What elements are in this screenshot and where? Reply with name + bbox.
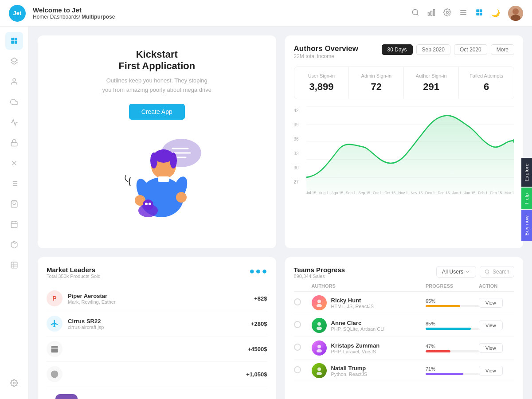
authors-title: Authors Overview: [294, 44, 359, 53]
authors-subtitle: 22M total income: [294, 53, 359, 59]
bar-chart-icon[interactable]: [427, 8, 435, 18]
sidebar: [0, 27, 29, 399]
svg-point-41: [13, 382, 16, 384]
create-app-button[interactable]: Create App: [129, 104, 185, 120]
svg-point-51: [170, 153, 177, 168]
stat-admin-signin: Admin Sign-in 72: [349, 67, 404, 99]
svg-rect-52: [158, 176, 169, 182]
apps-icon[interactable]: [475, 8, 483, 18]
svg-point-50: [150, 153, 157, 168]
explore-tab[interactable]: Explore: [521, 158, 532, 187]
market-item-3: +4500$: [47, 336, 267, 362]
topnav-right: 🌙: [411, 6, 523, 21]
svg-marker-20: [11, 58, 18, 63]
sidebar-item-chart[interactable]: [5, 113, 23, 131]
sidebar-item-tool[interactable]: [5, 236, 23, 254]
settings-icon[interactable]: [443, 8, 451, 18]
sidebar-item-list[interactable]: [5, 175, 23, 192]
search-icon[interactable]: [411, 8, 419, 18]
sidebar-item-bag[interactable]: [5, 195, 23, 213]
sidebar-item-close[interactable]: [5, 154, 23, 172]
view-button-ricky[interactable]: View: [479, 298, 503, 308]
kickstart-card: Kickstart First Application Outlines kee…: [38, 35, 276, 248]
svg-point-78: [317, 349, 322, 352]
svg-point-73: [317, 300, 321, 303]
svg-rect-68: [51, 346, 58, 352]
svg-line-1: [417, 14, 418, 15]
moon-icon[interactable]: 🌙: [491, 9, 500, 17]
svg-point-74: [317, 304, 322, 307]
app-logo[interactable]: Jet: [9, 5, 26, 22]
svg-point-60: [149, 203, 151, 205]
view-button-anne[interactable]: View: [479, 321, 503, 330]
row-checkbox[interactable]: [294, 366, 301, 373]
side-tabs: Explore Help Buy now: [521, 158, 532, 241]
period-tab-30days[interactable]: 30 Days: [382, 44, 413, 55]
svg-point-70: [51, 371, 59, 378]
view-button-kristaps[interactable]: View: [479, 343, 503, 353]
buy-now-tab[interactable]: Buy now: [521, 210, 532, 241]
svg-point-75: [317, 322, 321, 326]
settings-button[interactable]: [5, 374, 23, 392]
search-box[interactable]: Search: [480, 266, 514, 278]
svg-rect-12: [480, 12, 482, 15]
top-cards-grid: Kickstart First Application Outlines kee…: [38, 35, 523, 248]
svg-rect-11: [476, 12, 479, 15]
sidebar-item-cloud[interactable]: [5, 93, 23, 111]
svg-line-36: [13, 242, 16, 244]
breadcrumb: Home/ Dashboards/ Multipurpose: [33, 14, 115, 20]
svg-point-77: [317, 345, 321, 348]
menu-icon[interactable]: [459, 8, 467, 18]
market-header: Market Leaders Total 350k Products Sold …: [47, 266, 267, 279]
row-checkbox[interactable]: [294, 321, 301, 328]
avatar[interactable]: [508, 6, 523, 21]
bottom-grid: Market Leaders Total 350k Products Sold …: [38, 257, 523, 399]
bootstrap-badge: B Bootstrap 5: [47, 387, 267, 399]
svg-rect-3: [431, 11, 432, 16]
market-item-4: +1,050$: [47, 362, 267, 387]
period-tab-more[interactable]: More: [491, 44, 514, 55]
row-checkbox[interactable]: [294, 298, 301, 305]
main-content: Kickstart First Application Outlines kee…: [29, 27, 532, 399]
team-row-ricky: Ricky Hunt HTML, JS, ReactJS 65% View: [294, 292, 515, 314]
sidebar-item-person[interactable]: [5, 73, 23, 90]
chart-container: 42 39 36 33 30 27: [294, 106, 515, 195]
row-checkbox[interactable]: [294, 344, 301, 351]
svg-rect-17: [15, 38, 17, 40]
svg-rect-37: [11, 262, 17, 268]
svg-rect-18: [11, 41, 14, 44]
sidebar-item-lock[interactable]: [5, 134, 23, 152]
team-row-kristaps: Kristaps Zumman PHP, Laravel, VueJS 47% …: [294, 337, 515, 360]
svg-point-21: [13, 78, 16, 81]
svg-point-71: [485, 270, 489, 274]
kickstart-title: Kickstart First Application: [118, 49, 195, 72]
view-button-natali[interactable]: View: [479, 366, 503, 376]
svg-point-80: [317, 372, 322, 375]
teams-header: Teams Progress 890,344 Sales All Users S…: [294, 266, 515, 279]
sidebar-item-calendar[interactable]: [5, 215, 23, 233]
author-avatar: [312, 318, 327, 333]
author-avatar: [312, 363, 327, 378]
market-more-icon[interactable]: ● ● ●: [249, 266, 267, 276]
teams-title: Teams Progress: [294, 266, 345, 274]
stat-failed-attempts: Failed Attempts 6: [459, 67, 514, 99]
svg-rect-10: [480, 9, 482, 12]
sidebar-item-layers[interactable]: [5, 52, 23, 70]
sidebar-item-table[interactable]: [5, 256, 23, 274]
authors-card: Authors Overview 22M total income 30 Day…: [285, 35, 524, 248]
bootstrap-icon: B: [55, 394, 78, 399]
all-users-dropdown[interactable]: All Users: [436, 266, 476, 278]
stat-author-signin: Author Sign-in 291: [404, 67, 459, 99]
svg-point-79: [317, 368, 321, 371]
author-avatar: [312, 295, 327, 310]
svg-point-56: [176, 192, 187, 203]
svg-point-5: [446, 11, 449, 13]
teams-progress-card: Teams Progress 890,344 Sales All Users S…: [285, 257, 524, 399]
sidebar-item-grid[interactable]: [5, 32, 23, 50]
teams-subtitle: 890,344 Sales: [294, 274, 345, 279]
period-tab-oct[interactable]: Oct 2020: [454, 44, 487, 55]
market-subtitle: Total 350k Products Sold: [47, 274, 101, 279]
help-tab[interactable]: Help: [521, 188, 532, 209]
market-leaders-card: Market Leaders Total 350k Products Sold …: [38, 257, 276, 399]
period-tab-sep[interactable]: Sep 2020: [416, 44, 450, 55]
